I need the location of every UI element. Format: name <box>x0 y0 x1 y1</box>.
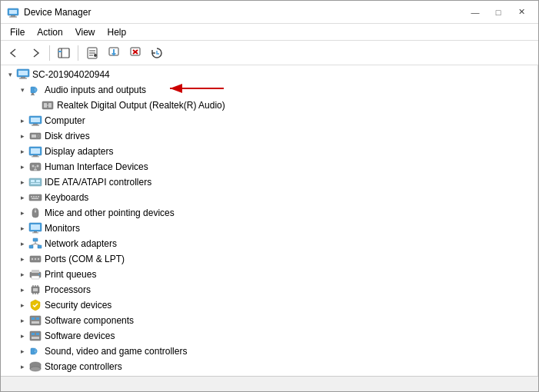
svg-rect-46 <box>34 169 37 171</box>
svg-rect-93 <box>31 348 35 354</box>
update-driver-button[interactable] <box>104 43 124 63</box>
expand-icon-sound: ▸ <box>16 345 28 357</box>
back-button[interactable] <box>4 43 24 63</box>
svg-rect-13 <box>113 49 115 55</box>
svg-rect-90 <box>32 333 35 335</box>
realtek-label: Realtek Digital Output (Realtek(R) Audio… <box>57 100 225 111</box>
showhide-button[interactable] <box>54 43 74 63</box>
tree-item-software-components[interactable]: ▸ Software components <box>1 313 537 328</box>
tree-item-storage[interactable]: ▸ Storage controllers <box>1 359 537 374</box>
menu-file[interactable]: File <box>4 25 31 39</box>
svg-rect-50 <box>31 183 40 184</box>
tree-item-realtek[interactable]: ▸ Realtek Digital Output (Realtek(R) Aud… <box>1 98 537 113</box>
back-icon <box>8 47 20 59</box>
properties-icon <box>86 47 98 59</box>
software-components-label: Software components <box>45 315 134 326</box>
expand-icon-storage: ▸ <box>16 360 28 373</box>
menu-view[interactable]: View <box>69 25 101 39</box>
svg-rect-54 <box>35 196 37 198</box>
tree-item-processors[interactable]: ▸ Processors <box>1 282 537 297</box>
properties-button[interactable] <box>82 43 102 63</box>
disk-label: Disk drives <box>45 131 90 141</box>
maximize-button[interactable]: □ <box>487 4 509 21</box>
storage-icon <box>28 360 42 373</box>
svg-point-58 <box>35 211 36 212</box>
update-driver-icon <box>108 47 120 59</box>
tree-item-network[interactable]: ▸ Network adapters <box>1 236 537 251</box>
expand-icon-network: ▸ <box>16 238 28 250</box>
tree-item-software-devices[interactable]: ▸ Software devices <box>1 328 537 344</box>
expand-icon-audio: ▾ <box>16 84 28 96</box>
tree-item-disk[interactable]: ▸ Disk drives <box>1 128 537 144</box>
expand-icon-hid: ▸ <box>16 161 28 173</box>
expand-icon-ports: ▸ <box>16 253 28 265</box>
tree-item-sound[interactable]: ▸ Sound, video and game controllers <box>1 344 537 359</box>
keyboard-icon <box>28 191 42 204</box>
svg-rect-86 <box>32 317 35 320</box>
minimize-button[interactable]: — <box>464 4 486 21</box>
tree-item-computer[interactable]: ▸ Computer <box>1 113 537 128</box>
tree-item-security[interactable]: ▸ Security devices <box>1 297 537 313</box>
processors-label: Processors <box>45 284 91 295</box>
toolbar <box>1 41 538 65</box>
close-button[interactable]: ✕ <box>511 4 532 21</box>
menu-action[interactable]: Action <box>31 25 68 39</box>
tree-item-audio[interactable]: ▾ Audio inputs and outputs <box>1 82 537 98</box>
svg-rect-32 <box>33 124 38 125</box>
toolbar-separator-1 <box>49 45 50 61</box>
svg-rect-21 <box>31 87 35 93</box>
tree-item-hid[interactable]: ▸ Human Interface Devices <box>1 159 537 174</box>
svg-rect-60 <box>31 224 40 230</box>
svg-rect-3 <box>9 16 17 17</box>
tree-item-keyboard[interactable]: ▸ Keyboards <box>1 190 537 205</box>
tree-panel[interactable]: ▾ SC-201904020944 ▾ <box>1 65 538 376</box>
window-title: Device Manager <box>24 7 91 18</box>
ports-icon <box>28 253 42 265</box>
svg-point-11 <box>94 54 97 57</box>
root-label: SC-201904020944 <box>32 69 110 80</box>
print-icon <box>28 268 42 281</box>
tree-item-ports[interactable]: ▸ Ports (COM & LPT) <box>1 251 537 267</box>
svg-rect-23 <box>31 95 35 95</box>
display-label: Display adapters <box>45 146 113 157</box>
scan-button[interactable] <box>147 43 167 63</box>
svg-rect-29 <box>47 105 48 106</box>
sound-icon <box>28 345 42 357</box>
svg-rect-88 <box>32 321 39 324</box>
forward-button[interactable] <box>25 43 45 63</box>
computer-node-icon <box>28 115 42 127</box>
svg-rect-22 <box>32 93 34 95</box>
svg-rect-48 <box>31 180 35 182</box>
ports-label: Ports (COM & LPT) <box>45 254 125 264</box>
tree-item-display[interactable]: ▸ Display adapters <box>1 144 537 159</box>
network-icon <box>28 238 42 250</box>
svg-rect-18 <box>18 71 28 75</box>
svg-rect-75 <box>32 276 39 279</box>
uninstall-button[interactable] <box>125 43 145 63</box>
expand-icon-root: ▾ <box>4 68 16 81</box>
svg-rect-74 <box>32 270 39 273</box>
svg-rect-89 <box>30 331 41 341</box>
tree-item-ide[interactable]: ▸ IDE ATA/ATAPI controllers <box>1 174 537 190</box>
title-bar-controls: — □ ✕ <box>464 4 532 21</box>
audio-icon <box>28 84 42 96</box>
svg-point-71 <box>35 258 36 260</box>
title-bar-icon <box>7 6 19 18</box>
svg-rect-52 <box>31 196 32 198</box>
expand-icon-keyboard: ▸ <box>16 191 28 204</box>
svg-point-37 <box>38 135 39 137</box>
svg-rect-87 <box>36 317 39 320</box>
svg-rect-33 <box>32 125 39 126</box>
tree-item-print[interactable]: ▸ Print queues <box>1 267 537 282</box>
realtek-icon <box>41 99 55 111</box>
computer-icon <box>16 68 30 81</box>
tree-item-mice[interactable]: ▸ Mice and other pointing devices <box>1 205 537 221</box>
tree-root[interactable]: ▾ SC-201904020944 <box>1 67 537 82</box>
ide-label: IDE ATA/ATAPI controllers <box>45 177 151 188</box>
tree-item-system[interactable]: ▸ System devices <box>1 374 537 376</box>
network-label: Network adapters <box>45 238 117 249</box>
tree-item-monitors[interactable]: ▸ Monitors <box>1 221 537 236</box>
expand-icon-mice: ▸ <box>16 207 28 219</box>
processor-icon <box>28 284 42 296</box>
menu-help[interactable]: Help <box>101 25 133 39</box>
